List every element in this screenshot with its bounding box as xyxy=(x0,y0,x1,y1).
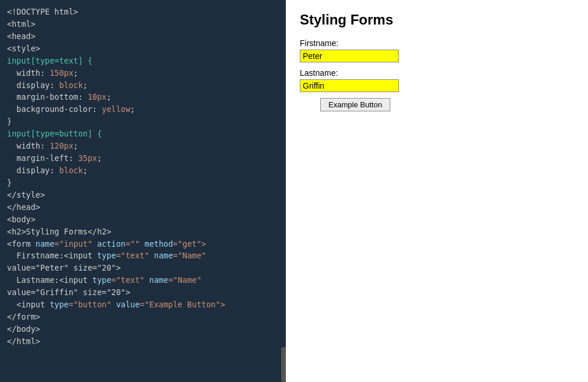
code-line: } xyxy=(7,115,279,128)
code-line: <input type="button" value="Example Butt… xyxy=(7,299,279,311)
code-line: <html> xyxy=(7,18,279,30)
code-line: input[type=text] { xyxy=(7,55,279,67)
code-line: <body> xyxy=(7,213,279,226)
code-line: value="Peter" size="20"> xyxy=(7,262,279,274)
firstname-label: Firstname: xyxy=(300,38,574,48)
code-line: width: 120px; xyxy=(7,140,279,152)
scrollbar[interactable] xyxy=(281,347,286,382)
page-title: Styling Forms xyxy=(300,12,574,28)
code-line: <h2>Styling Forms</h2> xyxy=(7,226,279,238)
code-line: </body> xyxy=(7,323,279,335)
code-line: value="Griffin" size="20"> xyxy=(7,286,279,299)
code-line: </head> xyxy=(7,201,279,213)
example-button[interactable] xyxy=(320,98,390,111)
code-line: </form> xyxy=(7,311,279,323)
code-line: Firstname:<input type="text" name="Name" xyxy=(7,250,279,262)
lastname-group: Lastname: xyxy=(300,68,574,92)
code-line: Lastname:<input type="text" name="Name" xyxy=(7,274,279,286)
firstname-input[interactable] xyxy=(300,50,399,62)
code-line: margin-left: 35px; xyxy=(7,152,279,164)
code-line: <form name="input" action="" method="get… xyxy=(7,238,279,250)
lastname-input[interactable] xyxy=(300,79,399,92)
code-line: </html> xyxy=(7,335,279,348)
code-line: margin-bottom: 10px; xyxy=(7,91,279,103)
code-line: <head> xyxy=(7,30,279,43)
code-line: display: block; xyxy=(7,164,279,177)
code-line: </style> xyxy=(7,189,279,201)
preview-panel: Styling Forms Firstname: Lastname: xyxy=(286,0,588,382)
lastname-label: Lastname: xyxy=(300,68,574,78)
code-line: <style> xyxy=(7,43,279,55)
code-line: } xyxy=(7,177,279,189)
firstname-group: Firstname: xyxy=(300,38,574,62)
code-line: display: block; xyxy=(7,79,279,92)
code-line: background-color: yellow; xyxy=(7,103,279,115)
code-line: width: 150px; xyxy=(7,67,279,79)
code-editor: <!DOCTYPE html><html><head><style>input[… xyxy=(0,0,286,382)
code-line: input[type=button] { xyxy=(7,128,279,140)
code-line: <!DOCTYPE html> xyxy=(7,6,279,18)
